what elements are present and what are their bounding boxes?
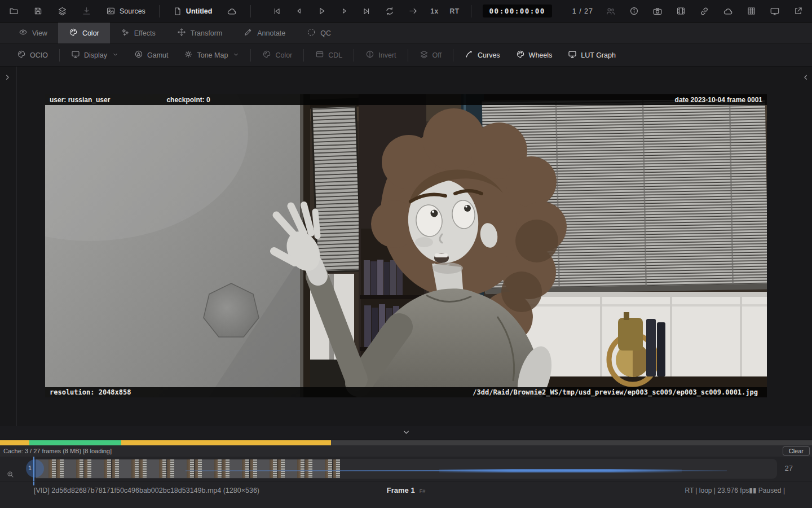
frame-thumbnail[interactable] (167, 459, 174, 478)
frame-thumbnail[interactable] (84, 459, 91, 478)
invert-button[interactable]: Invert (358, 50, 404, 60)
sync-button[interactable] (226, 5, 238, 17)
frame-thumbnail[interactable] (214, 459, 222, 478)
thumbnail-gap (285, 459, 297, 478)
timeline-track[interactable] (36, 459, 777, 479)
eye-icon (19, 28, 28, 38)
step-forward-button[interactable] (339, 6, 350, 16)
open-button[interactable] (8, 5, 20, 17)
info-button[interactable] (628, 5, 640, 17)
frame-thumbnail[interactable] (242, 459, 249, 478)
frame-thumbnail[interactable] (325, 459, 332, 478)
tone-map-dropdown[interactable]: Tone Map (176, 50, 247, 60)
playhead-line (33, 481, 34, 485)
color-correct-button[interactable]: Color (254, 50, 300, 60)
tab-transform[interactable]: Transform (166, 23, 233, 43)
thumbnail-gap (257, 459, 270, 478)
playhead-line[interactable] (33, 457, 34, 481)
skip-start-button[interactable] (271, 6, 283, 17)
frame-thumbnail[interactable] (131, 459, 139, 478)
frame-thumbnail[interactable] (56, 459, 64, 478)
timecode-display[interactable]: 00:00:00:00 (483, 5, 552, 17)
timeline-zoom-button[interactable] (7, 471, 14, 480)
tab-qc[interactable]: QC (296, 23, 342, 43)
rt-button[interactable]: RT (450, 7, 460, 15)
thumbnail-gap (119, 459, 131, 478)
divider (408, 49, 408, 62)
expand-left-panel-button[interactable] (3, 73, 11, 83)
layout-grid-button[interactable] (745, 5, 757, 17)
tab-color[interactable]: Color (58, 23, 110, 43)
tab-annotate[interactable]: Annotate (233, 23, 296, 43)
play-direction-button[interactable] (407, 5, 419, 17)
skip-start-icon (272, 7, 281, 16)
tab-effects[interactable]: Effects (110, 23, 166, 43)
cdl-label: CDL (328, 51, 342, 59)
frame-thumbnail[interactable] (297, 459, 304, 478)
chevron-down-icon (233, 51, 239, 59)
sun-icon (184, 50, 193, 60)
popout-button[interactable] (792, 5, 804, 17)
frame-thumbnail[interactable] (333, 459, 340, 478)
ocio-button[interactable]: OCIO (9, 50, 56, 60)
frame-thumbnail[interactable] (187, 459, 194, 478)
media-info-text: [VID] 2d56d82687b78171f50c496bab002bc18d… (34, 487, 259, 494)
frame-thumbnail[interactable] (159, 459, 166, 478)
frame-thumbnail[interactable] (76, 459, 83, 478)
hud-checkpoint: checkpoint: 0 (166, 96, 210, 104)
expand-right-panel-button[interactable] (802, 73, 810, 83)
curves-button[interactable]: Curves (457, 50, 508, 60)
wheels-button[interactable]: Wheels (508, 50, 561, 60)
save-button[interactable] (32, 5, 44, 17)
snapshot-button[interactable] (651, 5, 664, 17)
frame-thumbnail[interactable] (112, 459, 119, 478)
skip-end-button[interactable] (361, 6, 372, 17)
download-button[interactable] (81, 5, 92, 17)
step-forward-icon (340, 7, 348, 15)
layers-icon (58, 6, 67, 16)
divider (303, 49, 304, 62)
gamut-button[interactable]: Gamut (126, 50, 176, 60)
rendered-frame (45, 94, 767, 397)
divider (471, 5, 471, 17)
collab-button[interactable] (604, 5, 617, 17)
display-dropdown[interactable]: Display (63, 50, 126, 60)
frame-thumbnail[interactable] (195, 459, 202, 478)
link-button[interactable] (698, 5, 710, 17)
frame-thumbnail[interactable] (277, 459, 285, 478)
sources-button[interactable]: Sources (105, 5, 147, 17)
divider (59, 49, 60, 62)
presentation-button[interactable] (769, 5, 781, 17)
frame-thumbnail[interactable] (270, 459, 277, 478)
frame-thumbnail[interactable] (48, 459, 56, 478)
timeline[interactable]: 1 27 (0, 457, 812, 481)
cdl-button[interactable]: CDL (307, 50, 350, 60)
divider (453, 49, 453, 62)
cache-status-row: Cache: 3 / 27 frames (8 MB) [8 loading] … (0, 445, 812, 457)
frame-thumbnail[interactable] (305, 459, 312, 478)
media-button[interactable] (675, 5, 687, 17)
tab-view[interactable]: View (8, 23, 58, 43)
speed-button[interactable]: 1x (430, 7, 438, 15)
tab-label: Annotate (257, 29, 285, 37)
step-back-button[interactable] (294, 6, 304, 16)
off-button[interactable]: Off (412, 50, 449, 60)
lut-graph-button[interactable]: LUT Graph (560, 50, 624, 60)
monitor-icon (71, 50, 80, 60)
play-button[interactable] (316, 5, 328, 17)
frame-unit-label[interactable]: F# (420, 488, 426, 494)
frame-thumbnail[interactable] (250, 459, 257, 478)
collapse-timeline-button[interactable] (402, 428, 411, 438)
status-bar: [VID] 2d56d82687b78171f50c496bab002bc18d… (0, 481, 812, 508)
left-panel-rail (0, 67, 17, 426)
cache-segment (29, 440, 121, 445)
image-canvas[interactable]: user: russian_user checkpoint: 0 date 20… (45, 94, 767, 397)
loop-mode-button[interactable] (383, 5, 396, 17)
playlists-button[interactable] (56, 5, 68, 17)
cloud-sync-button[interactable] (722, 5, 734, 17)
frame-thumbnail[interactable] (139, 459, 147, 478)
session-title-button[interactable]: Untitled (172, 6, 214, 17)
frame-thumbnail[interactable] (104, 459, 111, 478)
cache-clear-button[interactable]: Clear (783, 446, 810, 456)
frame-thumbnail[interactable] (222, 459, 230, 478)
